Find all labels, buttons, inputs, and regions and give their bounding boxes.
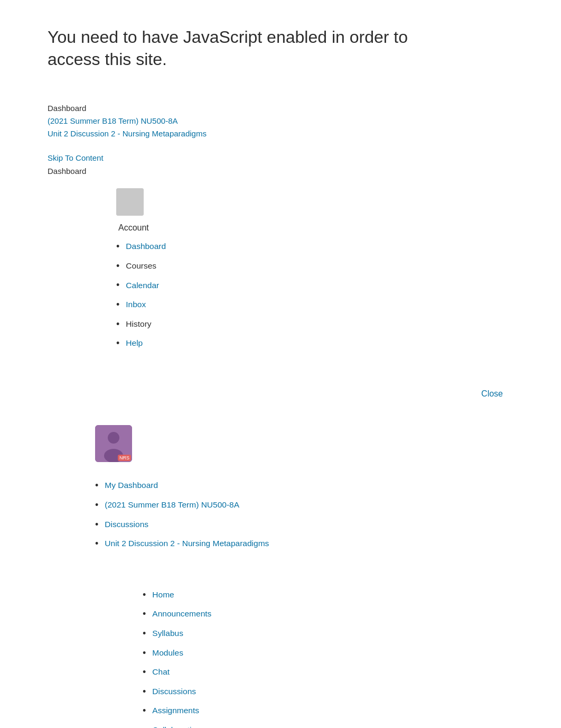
- js-warning-text: You need to have JavaScript enabled in o…: [48, 26, 428, 70]
- nav-history-text: History: [126, 317, 151, 331]
- cn-item-home[interactable]: Home: [143, 585, 513, 605]
- cb-item-discussions[interactable]: Discussions: [95, 515, 513, 535]
- nav-help-link[interactable]: Help: [126, 336, 143, 350]
- course-breadcrumb-nav: My Dashboard (2021 Summer B18 Term) NU50…: [95, 476, 513, 553]
- nav-dashboard-link[interactable]: Dashboard: [126, 239, 166, 253]
- svg-rect-0: [116, 188, 144, 216]
- breadcrumb: Dashboard (2021 Summer B18 Term) NU500-8…: [48, 102, 513, 140]
- user-avatar: NRS: [95, 425, 132, 462]
- cn-item-discussions[interactable]: Discussions: [143, 682, 513, 702]
- account-label: Account: [116, 223, 513, 233]
- cn-item-announcements[interactable]: Announcements: [143, 604, 513, 624]
- cn-home-link[interactable]: Home: [152, 588, 174, 602]
- breadcrumb-dashboard[interactable]: Dashboard: [48, 102, 513, 115]
- cb-discussions-link[interactable]: Discussions: [105, 518, 148, 531]
- cb-unit-link[interactable]: Unit 2 Discussion 2 - Nursing Metaparadi…: [105, 537, 269, 550]
- nav-inbox-link[interactable]: Inbox: [126, 298, 146, 311]
- close-button[interactable]: Close: [481, 389, 503, 399]
- nav-calendar-link[interactable]: Calendar: [126, 279, 159, 292]
- dashboard-link[interactable]: Dashboard: [48, 165, 513, 178]
- cn-item-assignments[interactable]: Assignments: [143, 701, 513, 721]
- cn-item-collaborations[interactable]: Collaborations: [143, 721, 513, 728]
- cn-syllabus-link[interactable]: Syllabus: [152, 626, 183, 640]
- nav-item-inbox[interactable]: Inbox: [116, 295, 513, 315]
- course-nav-list: Home Announcements Syllabus Modules Chat…: [143, 585, 513, 728]
- cn-chat-link[interactable]: Chat: [152, 665, 170, 679]
- cn-item-modules[interactable]: Modules: [143, 643, 513, 663]
- cb-item-unit[interactable]: Unit 2 Discussion 2 - Nursing Metaparadi…: [95, 534, 513, 554]
- cn-item-chat[interactable]: Chat: [143, 662, 513, 682]
- avatar-badge: NRS: [118, 455, 131, 461]
- cn-modules-link[interactable]: Modules: [152, 646, 183, 660]
- account-section: Account Dashboard Courses Calendar Inbox…: [48, 178, 513, 384]
- cb-item-course[interactable]: (2021 Summer B18 Term) NU500-8A: [95, 495, 513, 515]
- cn-discussions-link[interactable]: Discussions: [152, 685, 196, 698]
- course-nav-section: NRS My Dashboard (2021 Summer B18 Term) …: [48, 409, 513, 728]
- account-avatar: [116, 188, 144, 216]
- cn-assignments-link[interactable]: Assignments: [152, 704, 199, 717]
- course-menu: Home Announcements Syllabus Modules Chat…: [95, 585, 513, 728]
- course-breadcrumb-list: My Dashboard (2021 Summer B18 Term) NU50…: [95, 476, 513, 553]
- nav-spacer-list: [116, 360, 513, 379]
- nav-item-help[interactable]: Help: [116, 334, 513, 353]
- breadcrumb-unit[interactable]: Unit 2 Discussion 2 - Nursing Metaparadi…: [48, 127, 513, 140]
- close-bar: Close: [48, 384, 513, 409]
- nav-item-dashboard[interactable]: Dashboard: [116, 237, 513, 256]
- svg-point-2: [108, 432, 119, 444]
- cn-item-syllabus[interactable]: Syllabus: [143, 624, 513, 643]
- cn-announcements-link[interactable]: Announcements: [152, 607, 211, 621]
- cb-item-my-dashboard[interactable]: My Dashboard: [95, 476, 513, 495]
- nav-item-courses: Courses: [116, 256, 513, 276]
- global-nav-list: Dashboard Courses Calendar Inbox History…: [116, 237, 513, 353]
- nav-item-history: History: [116, 315, 513, 334]
- skip-to-content-link[interactable]: Skip To Content: [48, 151, 513, 165]
- breadcrumb-course[interactable]: (2021 Summer B18 Term) NU500-8A: [48, 115, 513, 127]
- section-spacer: [95, 569, 513, 585]
- cb-course-link[interactable]: (2021 Summer B18 Term) NU500-8A: [105, 498, 239, 512]
- cb-my-dashboard-link[interactable]: My Dashboard: [105, 478, 158, 492]
- nav-item-calendar[interactable]: Calendar: [116, 275, 513, 295]
- cn-collaborations-link[interactable]: Collaborations: [152, 723, 204, 728]
- nav-courses-text: Courses: [126, 259, 156, 273]
